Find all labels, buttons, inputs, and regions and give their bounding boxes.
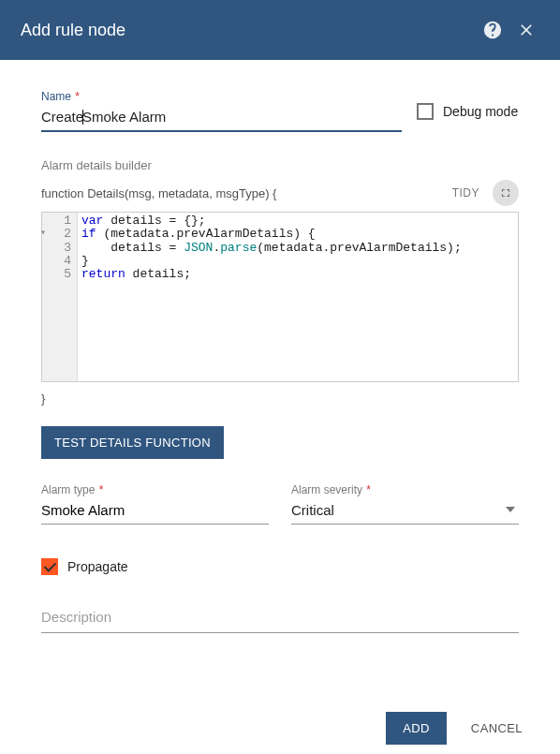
code-gutter: 1 ▾2 3 4 5 (42, 213, 78, 381)
debug-mode-checkbox-row: Debug mode (417, 103, 518, 120)
name-field: Name * Create Smoke Alarm (41, 90, 402, 132)
modal-header: Add rule node (0, 0, 560, 60)
alarm-type-input[interactable] (41, 498, 269, 525)
debug-mode-label: Debug mode (443, 104, 518, 119)
modal-footer: ADD CANCEL (0, 702, 560, 754)
name-label: Name * (41, 90, 402, 103)
add-button[interactable]: ADD (386, 712, 447, 745)
alarm-type-field: Alarm type * (41, 483, 269, 525)
debug-mode-checkbox[interactable] (417, 103, 434, 120)
test-details-button[interactable]: TEST DETAILS FUNCTION (41, 426, 224, 459)
description-placeholder: Description (41, 609, 111, 625)
fullscreen-icon[interactable] (493, 180, 519, 206)
add-rule-node-modal: Add rule node Name * Create Smoke Alarm … (0, 0, 560, 754)
alarm-severity-field: Alarm severity * Critical (291, 483, 519, 525)
alarm-type-label: Alarm type * (41, 483, 269, 496)
propagate-label: Propagate (67, 559, 128, 574)
propagate-row: Propagate (41, 558, 519, 575)
modal-body: Name * Create Smoke Alarm Debug mode Ala… (0, 60, 560, 702)
function-signature: function Details(msg, metadata, msgType)… (41, 186, 443, 200)
alarm-severity-select[interactable]: Critical (291, 498, 519, 525)
close-icon[interactable] (509, 13, 543, 47)
help-icon[interactable] (476, 13, 509, 47)
details-builder-subtitle: Alarm details builder (41, 158, 519, 172)
code-editor[interactable]: 1 ▾2 3 4 5 var details = {};if (metadata… (41, 212, 519, 382)
function-close-brace: } (41, 392, 519, 406)
alarm-severity-label: Alarm severity * (291, 483, 519, 496)
code-area[interactable]: var details = {};if (metadata.prevAlarmD… (78, 213, 518, 381)
cancel-button[interactable]: CANCEL (454, 712, 539, 745)
propagate-checkbox[interactable] (41, 558, 58, 575)
tidy-button[interactable]: TIDY (443, 181, 489, 205)
name-input[interactable]: Create Smoke Alarm (41, 105, 402, 132)
description-field[interactable]: Description (41, 609, 519, 633)
modal-title: Add rule node (21, 21, 476, 40)
